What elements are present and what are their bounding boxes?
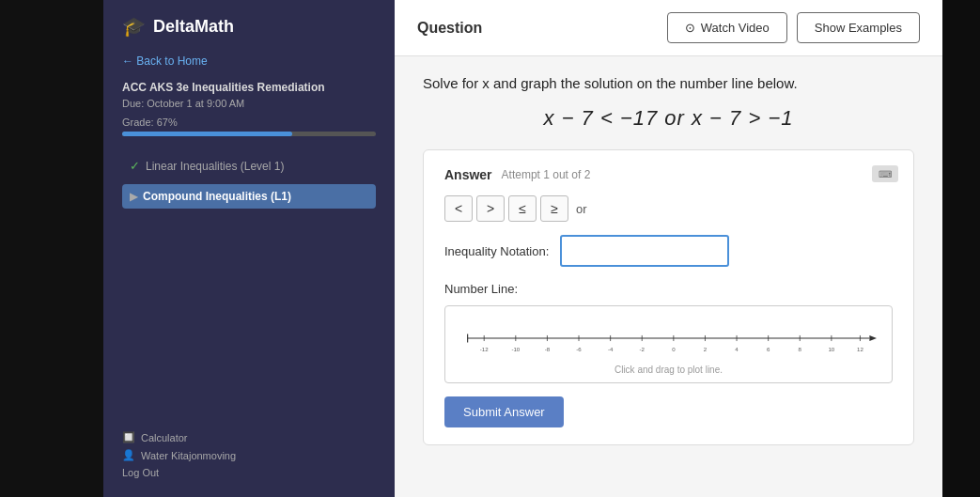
due-date: Due: October 1 at 9:00 AM: [122, 98, 376, 109]
greater-equal-button[interactable]: ≥: [540, 195, 568, 222]
svg-text:-10: -10: [511, 346, 520, 352]
svg-text:12: 12: [857, 346, 863, 352]
show-examples-button[interactable]: Show Examples: [797, 12, 920, 43]
svg-text:-8: -8: [545, 346, 551, 352]
svg-text:-12: -12: [480, 346, 489, 352]
inequality-notation-input[interactable]: [560, 235, 729, 267]
inequality-notation-row: Inequality Notation:: [444, 235, 893, 267]
number-line-svg[interactable]: -12 -10 -8 -6 -4 -2 0 2: [460, 319, 877, 357]
answer-section: Answer Attempt 1 out of 2 ⌨ < > ≤ ≥ or I…: [423, 149, 914, 445]
inequality-buttons: < > ≤ ≥ or: [444, 195, 893, 222]
arrow-icon: ▶: [130, 191, 137, 203]
check-icon: ✓: [130, 159, 140, 173]
calculator-icon: 🔲: [122, 431, 135, 443]
calculator-link[interactable]: 🔲 Calculator: [122, 431, 236, 443]
back-link[interactable]: ← Back to Home: [122, 54, 376, 68]
watch-video-label: Watch Video: [701, 21, 770, 35]
svg-text:8: 8: [799, 346, 802, 352]
nav-items: ✓ Linear Inequalities (Level 1) ▶ Compou…: [122, 153, 376, 209]
play-icon: ⊙: [685, 21, 695, 35]
svg-marker-1: [869, 335, 877, 341]
or-text: or: [576, 202, 587, 216]
attempt-text: Attempt 1 out of 2: [502, 168, 591, 181]
number-line-hint: Click and drag to plot line.: [460, 365, 877, 375]
less-than-button[interactable]: <: [444, 195, 473, 222]
water-icon: 👤: [122, 449, 135, 461]
nav-item-compound[interactable]: ▶ Compound Inequalities (L1): [122, 184, 376, 209]
water-link[interactable]: 👤 Water Kitajonmoving: [122, 449, 236, 461]
less-equal-button[interactable]: ≤: [508, 195, 537, 222]
sidebar-bottom: 🔲 Calculator 👤 Water Kitajonmoving Log O…: [122, 431, 236, 478]
svg-text:0: 0: [672, 346, 676, 352]
nav-item-compound-label: Compound Inequalities (L1): [143, 190, 291, 203]
nav-item-linear-label: Linear Inequalities (Level 1): [146, 160, 284, 173]
grade-bar-fill: [122, 132, 292, 136]
number-line-container[interactable]: -12 -10 -8 -6 -4 -2 0 2: [444, 305, 893, 383]
greater-than-button[interactable]: >: [476, 195, 505, 222]
logout-link[interactable]: Log Out: [122, 467, 236, 478]
inequality-notation-label: Inequality Notation:: [444, 244, 549, 258]
answer-header: Answer Attempt 1 out of 2: [444, 167, 893, 182]
svg-text:-6: -6: [576, 346, 582, 352]
svg-text:6: 6: [767, 346, 770, 352]
page-title: Question: [417, 20, 482, 37]
svg-text:10: 10: [828, 346, 834, 352]
main-content: Question ⊙ Watch Video Show Examples Sol…: [395, 0, 942, 497]
content-area: Solve for x and graph the solution on th…: [395, 56, 942, 497]
svg-text:-4: -4: [608, 346, 614, 352]
svg-text:-2: -2: [640, 346, 646, 352]
math-equation: x − 7 < −17 or x − 7 > −1: [423, 106, 914, 131]
logo-icon: 🎓: [122, 15, 146, 38]
nav-item-linear[interactable]: ✓ Linear Inequalities (Level 1): [122, 153, 376, 179]
submit-button[interactable]: Submit Answer: [444, 396, 564, 427]
left-dark-strip: [0, 0, 103, 497]
grade-label: Grade: 67%: [122, 116, 376, 128]
logo-text: DeltaMath: [153, 17, 234, 37]
watch-video-button[interactable]: ⊙ Watch Video: [667, 12, 787, 43]
question-text: Solve for x and graph the solution on th…: [423, 75, 914, 91]
calculator-label: Calculator: [141, 432, 188, 443]
svg-text:2: 2: [704, 346, 708, 352]
right-dark-strip: [942, 0, 980, 497]
sidebar: 🎓 DeltaMath ← Back to Home ACC AKS 3e In…: [103, 0, 395, 497]
answer-label: Answer: [444, 167, 492, 182]
svg-text:4: 4: [735, 346, 739, 352]
assignment-name: ACC AKS 3e Inequalities Remediation: [122, 81, 376, 94]
header-buttons: ⊙ Watch Video Show Examples: [667, 12, 920, 43]
header-bar: Question ⊙ Watch Video Show Examples: [395, 0, 942, 56]
grade-bar: [122, 132, 376, 136]
logout-label: Log Out: [122, 467, 159, 478]
logo-area: 🎓 DeltaMath: [122, 15, 376, 38]
keyboard-icon[interactable]: ⌨: [872, 165, 898, 182]
number-line-label: Number Line:: [444, 282, 893, 296]
water-label: Water Kitajonmoving: [141, 450, 236, 461]
